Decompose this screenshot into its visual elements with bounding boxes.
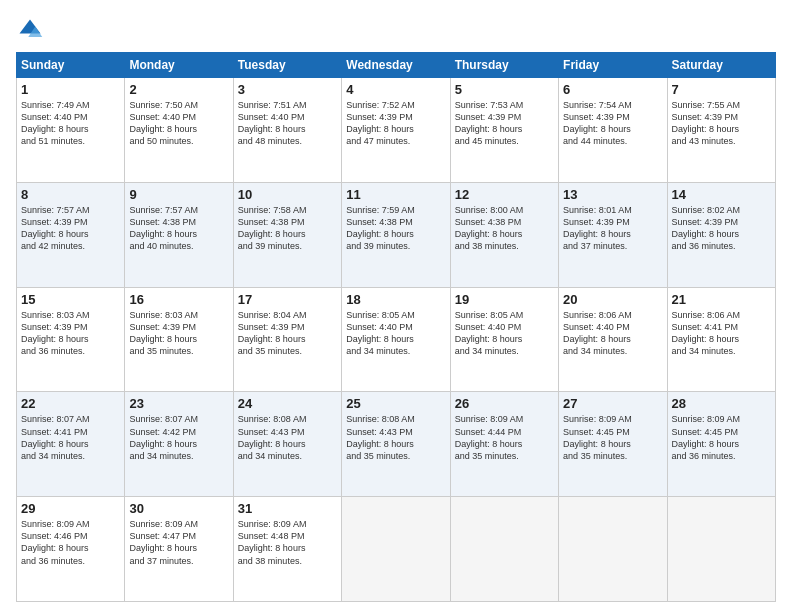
cell-info: Sunrise: 8:09 AMSunset: 4:44 PMDaylight:… (455, 413, 554, 462)
cell-info: Sunrise: 7:55 AMSunset: 4:39 PMDaylight:… (672, 99, 771, 148)
weekday-header-monday: Monday (125, 53, 233, 78)
weekday-header-friday: Friday (559, 53, 667, 78)
day-number: 19 (455, 292, 554, 307)
weekday-header-row: SundayMondayTuesdayWednesdayThursdayFrid… (17, 53, 776, 78)
calendar-week-row: 29Sunrise: 8:09 AMSunset: 4:46 PMDayligh… (17, 497, 776, 602)
weekday-header-saturday: Saturday (667, 53, 775, 78)
calendar-cell: 17Sunrise: 8:04 AMSunset: 4:39 PMDayligh… (233, 287, 341, 392)
cell-info: Sunrise: 8:09 AMSunset: 4:45 PMDaylight:… (672, 413, 771, 462)
calendar-cell (342, 497, 450, 602)
calendar-cell: 19Sunrise: 8:05 AMSunset: 4:40 PMDayligh… (450, 287, 558, 392)
cell-info: Sunrise: 8:09 AMSunset: 4:45 PMDaylight:… (563, 413, 662, 462)
day-number: 4 (346, 82, 445, 97)
day-number: 27 (563, 396, 662, 411)
day-number: 11 (346, 187, 445, 202)
weekday-header-sunday: Sunday (17, 53, 125, 78)
day-number: 24 (238, 396, 337, 411)
day-number: 21 (672, 292, 771, 307)
calendar-cell: 15Sunrise: 8:03 AMSunset: 4:39 PMDayligh… (17, 287, 125, 392)
day-number: 18 (346, 292, 445, 307)
calendar-cell: 27Sunrise: 8:09 AMSunset: 4:45 PMDayligh… (559, 392, 667, 497)
calendar-cell (667, 497, 775, 602)
day-number: 20 (563, 292, 662, 307)
day-number: 8 (21, 187, 120, 202)
calendar-cell: 14Sunrise: 8:02 AMSunset: 4:39 PMDayligh… (667, 182, 775, 287)
day-number: 10 (238, 187, 337, 202)
cell-info: Sunrise: 8:08 AMSunset: 4:43 PMDaylight:… (346, 413, 445, 462)
calendar-cell: 18Sunrise: 8:05 AMSunset: 4:40 PMDayligh… (342, 287, 450, 392)
calendar-cell: 8Sunrise: 7:57 AMSunset: 4:39 PMDaylight… (17, 182, 125, 287)
cell-info: Sunrise: 8:07 AMSunset: 4:41 PMDaylight:… (21, 413, 120, 462)
calendar-cell: 5Sunrise: 7:53 AMSunset: 4:39 PMDaylight… (450, 78, 558, 183)
cell-info: Sunrise: 8:05 AMSunset: 4:40 PMDaylight:… (346, 309, 445, 358)
day-number: 28 (672, 396, 771, 411)
cell-info: Sunrise: 8:06 AMSunset: 4:40 PMDaylight:… (563, 309, 662, 358)
calendar-cell: 29Sunrise: 8:09 AMSunset: 4:46 PMDayligh… (17, 497, 125, 602)
day-number: 6 (563, 82, 662, 97)
cell-info: Sunrise: 8:04 AMSunset: 4:39 PMDaylight:… (238, 309, 337, 358)
cell-info: Sunrise: 8:01 AMSunset: 4:39 PMDaylight:… (563, 204, 662, 253)
cell-info: Sunrise: 7:58 AMSunset: 4:38 PMDaylight:… (238, 204, 337, 253)
day-number: 7 (672, 82, 771, 97)
day-number: 26 (455, 396, 554, 411)
calendar-cell: 9Sunrise: 7:57 AMSunset: 4:38 PMDaylight… (125, 182, 233, 287)
calendar-cell (450, 497, 558, 602)
cell-info: Sunrise: 7:51 AMSunset: 4:40 PMDaylight:… (238, 99, 337, 148)
cell-info: Sunrise: 7:54 AMSunset: 4:39 PMDaylight:… (563, 99, 662, 148)
cell-info: Sunrise: 8:07 AMSunset: 4:42 PMDaylight:… (129, 413, 228, 462)
day-number: 9 (129, 187, 228, 202)
weekday-header-thursday: Thursday (450, 53, 558, 78)
calendar-week-row: 15Sunrise: 8:03 AMSunset: 4:39 PMDayligh… (17, 287, 776, 392)
calendar-week-row: 1Sunrise: 7:49 AMSunset: 4:40 PMDaylight… (17, 78, 776, 183)
day-number: 31 (238, 501, 337, 516)
cell-info: Sunrise: 8:09 AMSunset: 4:47 PMDaylight:… (129, 518, 228, 567)
calendar-cell: 28Sunrise: 8:09 AMSunset: 4:45 PMDayligh… (667, 392, 775, 497)
header (16, 16, 776, 44)
calendar-cell: 11Sunrise: 7:59 AMSunset: 4:38 PMDayligh… (342, 182, 450, 287)
cell-info: Sunrise: 8:09 AMSunset: 4:46 PMDaylight:… (21, 518, 120, 567)
cell-info: Sunrise: 7:59 AMSunset: 4:38 PMDaylight:… (346, 204, 445, 253)
day-number: 2 (129, 82, 228, 97)
day-number: 3 (238, 82, 337, 97)
cell-info: Sunrise: 7:52 AMSunset: 4:39 PMDaylight:… (346, 99, 445, 148)
calendar-cell: 4Sunrise: 7:52 AMSunset: 4:39 PMDaylight… (342, 78, 450, 183)
calendar-cell: 23Sunrise: 8:07 AMSunset: 4:42 PMDayligh… (125, 392, 233, 497)
calendar-cell: 26Sunrise: 8:09 AMSunset: 4:44 PMDayligh… (450, 392, 558, 497)
cell-info: Sunrise: 8:00 AMSunset: 4:38 PMDaylight:… (455, 204, 554, 253)
cell-info: Sunrise: 8:06 AMSunset: 4:41 PMDaylight:… (672, 309, 771, 358)
logo-icon (16, 16, 44, 44)
day-number: 25 (346, 396, 445, 411)
cell-info: Sunrise: 7:50 AMSunset: 4:40 PMDaylight:… (129, 99, 228, 148)
day-number: 1 (21, 82, 120, 97)
calendar-cell: 3Sunrise: 7:51 AMSunset: 4:40 PMDaylight… (233, 78, 341, 183)
calendar-table: SundayMondayTuesdayWednesdayThursdayFrid… (16, 52, 776, 602)
logo (16, 16, 48, 44)
day-number: 14 (672, 187, 771, 202)
calendar-week-row: 22Sunrise: 8:07 AMSunset: 4:41 PMDayligh… (17, 392, 776, 497)
day-number: 12 (455, 187, 554, 202)
cell-info: Sunrise: 7:49 AMSunset: 4:40 PMDaylight:… (21, 99, 120, 148)
cell-info: Sunrise: 8:05 AMSunset: 4:40 PMDaylight:… (455, 309, 554, 358)
calendar-cell: 13Sunrise: 8:01 AMSunset: 4:39 PMDayligh… (559, 182, 667, 287)
calendar-cell: 7Sunrise: 7:55 AMSunset: 4:39 PMDaylight… (667, 78, 775, 183)
day-number: 16 (129, 292, 228, 307)
calendar-cell: 21Sunrise: 8:06 AMSunset: 4:41 PMDayligh… (667, 287, 775, 392)
day-number: 5 (455, 82, 554, 97)
day-number: 22 (21, 396, 120, 411)
calendar-cell: 1Sunrise: 7:49 AMSunset: 4:40 PMDaylight… (17, 78, 125, 183)
day-number: 17 (238, 292, 337, 307)
calendar-cell: 16Sunrise: 8:03 AMSunset: 4:39 PMDayligh… (125, 287, 233, 392)
page: SundayMondayTuesdayWednesdayThursdayFrid… (0, 0, 792, 612)
calendar-cell: 31Sunrise: 8:09 AMSunset: 4:48 PMDayligh… (233, 497, 341, 602)
day-number: 13 (563, 187, 662, 202)
calendar-cell: 30Sunrise: 8:09 AMSunset: 4:47 PMDayligh… (125, 497, 233, 602)
calendar-cell: 20Sunrise: 8:06 AMSunset: 4:40 PMDayligh… (559, 287, 667, 392)
day-number: 15 (21, 292, 120, 307)
calendar-cell: 12Sunrise: 8:00 AMSunset: 4:38 PMDayligh… (450, 182, 558, 287)
calendar-cell: 25Sunrise: 8:08 AMSunset: 4:43 PMDayligh… (342, 392, 450, 497)
cell-info: Sunrise: 7:57 AMSunset: 4:38 PMDaylight:… (129, 204, 228, 253)
calendar-cell: 10Sunrise: 7:58 AMSunset: 4:38 PMDayligh… (233, 182, 341, 287)
cell-info: Sunrise: 7:53 AMSunset: 4:39 PMDaylight:… (455, 99, 554, 148)
day-number: 29 (21, 501, 120, 516)
cell-info: Sunrise: 8:09 AMSunset: 4:48 PMDaylight:… (238, 518, 337, 567)
